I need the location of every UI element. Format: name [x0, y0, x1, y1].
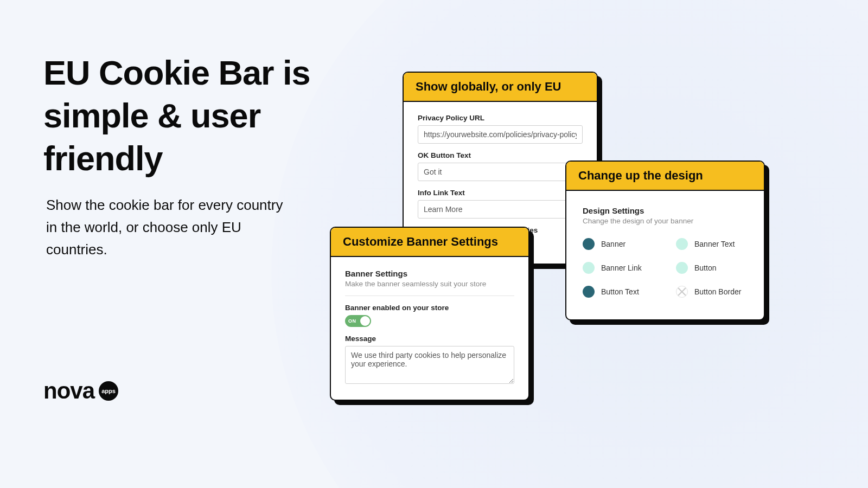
design-color-label: Banner Text — [694, 240, 735, 248]
color-swatch[interactable] — [676, 262, 688, 274]
color-swatch[interactable] — [583, 238, 595, 250]
panel-custom-title: Customize Banner Settings — [331, 228, 528, 257]
privacy-url-label: Privacy Policy URL — [418, 114, 583, 122]
message-textarea[interactable] — [345, 346, 514, 384]
info-link-text-label: Info Link Text — [418, 189, 583, 197]
panel-customize-banner: Customize Banner Settings Banner Setting… — [330, 227, 529, 401]
panel-global-title: Show globally, or only EU — [404, 73, 597, 102]
color-swatch[interactable] — [676, 238, 688, 250]
design-section-title: Design Settings — [583, 206, 748, 215]
divider — [345, 296, 514, 296]
ok-button-text-label: OK Button Text — [418, 151, 583, 159]
ok-button-text-input[interactable] — [418, 163, 583, 181]
subcopy: Show the cookie bar for every country in… — [46, 194, 296, 261]
subcopy-text: Show the cookie bar for every country in… — [46, 194, 296, 261]
panel-design-settings: Change up the design Design Settings Cha… — [565, 160, 765, 320]
toggle-on-label: ON — [348, 318, 356, 324]
design-color-label: Button — [694, 264, 716, 272]
brand-logo: nova apps — [43, 378, 118, 404]
banner-enabled-label: Banner enabled on your store — [345, 304, 514, 312]
color-swatch[interactable] — [676, 286, 688, 298]
headline: EU Cookie Bar is simple & user friendly — [43, 52, 347, 179]
design-color-item[interactable]: Button Text — [583, 286, 654, 298]
brand-word: nova — [43, 378, 94, 404]
headline-text: EU Cookie Bar is simple & user friendly — [43, 52, 347, 179]
design-color-label: Banner Link — [601, 264, 642, 272]
design-color-item[interactable]: Banner Text — [676, 238, 748, 250]
design-color-item[interactable]: Banner Link — [583, 262, 654, 274]
color-swatch[interactable] — [583, 262, 595, 274]
message-label: Message — [345, 335, 514, 343]
design-color-label: Button Border — [694, 287, 741, 296]
banner-section-title: Banner Settings — [345, 269, 514, 278]
banner-section-sub: Make the banner seamlessly suit your sto… — [345, 280, 514, 288]
info-link-text-input[interactable] — [418, 200, 583, 219]
banner-enabled-toggle[interactable]: ON — [345, 315, 371, 327]
privacy-url-input[interactable] — [418, 125, 583, 144]
panel-design-title: Change up the design — [566, 162, 764, 191]
color-swatch[interactable] — [583, 286, 595, 298]
design-color-item[interactable]: Button — [676, 262, 748, 274]
brand-badge: apps — [99, 381, 118, 401]
design-color-label: Banner — [601, 240, 626, 248]
toggle-knob — [360, 316, 370, 326]
design-swatch-grid: BannerBanner TextBanner LinkButtonButton… — [583, 238, 748, 298]
design-color-label: Button Text — [601, 287, 639, 296]
design-color-item[interactable]: Banner — [583, 238, 654, 250]
design-color-item[interactable]: Button Border — [676, 286, 748, 298]
design-section-sub: Change the design of your banner — [583, 217, 748, 225]
